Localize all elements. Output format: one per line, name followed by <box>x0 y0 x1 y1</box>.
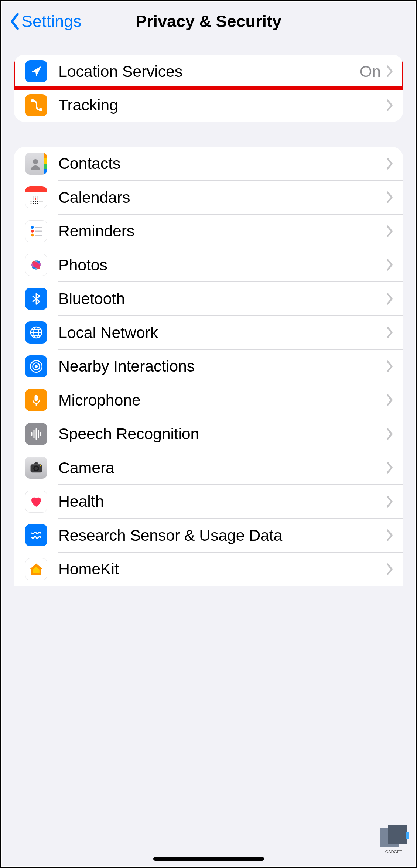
row-photos[interactable]: Photos <box>14 248 403 281</box>
svg-point-12 <box>40 199 41 200</box>
svg-point-25 <box>31 226 34 228</box>
svg-point-5 <box>35 197 36 198</box>
svg-point-13 <box>42 199 43 200</box>
svg-rect-0 <box>31 99 34 102</box>
row-label: Calendars <box>58 188 386 206</box>
back-button[interactable]: Settings <box>10 12 82 31</box>
svg-point-9 <box>31 199 32 200</box>
chevron-right-icon <box>386 563 393 575</box>
svg-rect-45 <box>35 395 38 401</box>
row-homekit[interactable]: HomeKit <box>14 553 403 586</box>
chevron-right-icon <box>386 495 393 508</box>
svg-point-18 <box>40 201 41 202</box>
chevron-right-icon <box>386 394 393 406</box>
chevron-right-icon <box>386 529 393 541</box>
svg-point-20 <box>31 203 32 204</box>
row-label: Reminders <box>58 222 386 240</box>
row-camera[interactable]: Camera <box>14 451 403 484</box>
row-value: On <box>360 62 381 81</box>
chevron-right-icon <box>386 461 393 474</box>
chevron-right-icon <box>386 225 393 237</box>
svg-rect-58 <box>406 832 409 839</box>
home-indicator[interactable] <box>153 857 264 861</box>
row-calendars[interactable]: Calendars <box>14 181 403 214</box>
svg-text:GADGET: GADGET <box>385 850 403 854</box>
svg-rect-1 <box>39 108 42 111</box>
camera-icon <box>25 457 47 479</box>
row-label: Research Sensor & Usage Data <box>58 526 386 544</box>
row-label: Local Network <box>58 324 386 342</box>
svg-point-3 <box>31 197 32 198</box>
chevron-right-icon <box>386 428 393 440</box>
row-bluetooth[interactable]: Bluetooth <box>14 282 403 315</box>
row-label: HomeKit <box>58 560 386 578</box>
row-research-sensor[interactable]: Research Sensor & Usage Data <box>14 519 403 552</box>
svg-point-42 <box>35 365 38 368</box>
research-icon <box>25 524 47 546</box>
row-reminders[interactable]: Reminders <box>14 215 403 248</box>
settings-group-privacy-items: Contacts Calendars <box>14 147 403 586</box>
row-label: Health <box>58 492 386 510</box>
chevron-left-icon <box>10 13 20 30</box>
row-nearby-interactions[interactable]: Nearby Interactions <box>14 350 403 383</box>
chevron-right-icon <box>386 360 393 373</box>
row-speech-recognition[interactable]: Speech Recognition <box>14 417 403 451</box>
svg-point-4 <box>33 197 34 198</box>
svg-point-16 <box>35 201 36 202</box>
back-label: Settings <box>21 12 82 31</box>
location-arrow-icon <box>25 60 47 82</box>
svg-point-19 <box>42 201 43 202</box>
svg-point-21 <box>33 203 34 204</box>
row-label: Photos <box>58 256 386 274</box>
row-label: Contacts <box>58 154 386 172</box>
nearby-radar-icon <box>25 355 47 377</box>
waveform-icon <box>25 423 47 445</box>
svg-point-15 <box>33 201 34 202</box>
microphone-icon <box>25 389 47 411</box>
svg-point-6 <box>37 197 38 198</box>
chevron-right-icon <box>386 326 393 339</box>
home-icon <box>25 558 47 580</box>
svg-point-10 <box>33 199 34 200</box>
row-health[interactable]: Health <box>14 485 403 518</box>
row-contacts[interactable]: Contacts <box>14 147 403 180</box>
row-label: Tracking <box>58 96 386 114</box>
reminders-icon <box>25 220 47 242</box>
tracking-path-icon <box>25 94 47 116</box>
chevron-right-icon <box>386 65 393 78</box>
row-label: Nearby Interactions <box>58 357 386 375</box>
svg-point-7 <box>40 197 41 198</box>
row-label: Microphone <box>58 391 386 409</box>
bluetooth-icon <box>25 288 47 310</box>
contacts-icon <box>25 153 47 175</box>
row-location-services[interactable]: Location Services On <box>14 55 403 88</box>
svg-point-8 <box>42 197 43 198</box>
svg-rect-56 <box>380 828 399 847</box>
page-title: Privacy & Security <box>136 12 281 31</box>
svg-point-54 <box>35 467 38 470</box>
settings-group-location: Location Services On Tracking <box>14 55 403 122</box>
chevron-right-icon <box>386 157 393 170</box>
chevron-right-icon <box>386 191 393 204</box>
svg-point-11 <box>37 199 38 200</box>
chevron-right-icon <box>386 99 393 112</box>
calendar-icon <box>25 186 47 208</box>
svg-point-24 <box>35 198 36 200</box>
navigation-bar: Settings Privacy & Security <box>2 2 415 44</box>
svg-point-22 <box>35 203 36 204</box>
svg-point-27 <box>31 230 34 232</box>
row-label: Bluetooth <box>58 290 386 308</box>
svg-point-2 <box>33 159 38 164</box>
svg-point-55 <box>40 465 41 466</box>
row-local-network[interactable]: Local Network <box>14 316 403 349</box>
row-label: Speech Recognition <box>58 425 386 443</box>
row-microphone[interactable]: Microphone <box>14 383 403 417</box>
svg-point-23 <box>37 203 38 204</box>
row-tracking[interactable]: Tracking <box>14 89 403 122</box>
watermark-logo: GADGET <box>377 825 410 855</box>
row-label: Camera <box>58 459 386 477</box>
globe-icon <box>25 321 47 344</box>
row-label: Location Services <box>58 62 360 81</box>
svg-point-29 <box>31 233 34 236</box>
photos-flower-icon <box>25 254 47 276</box>
